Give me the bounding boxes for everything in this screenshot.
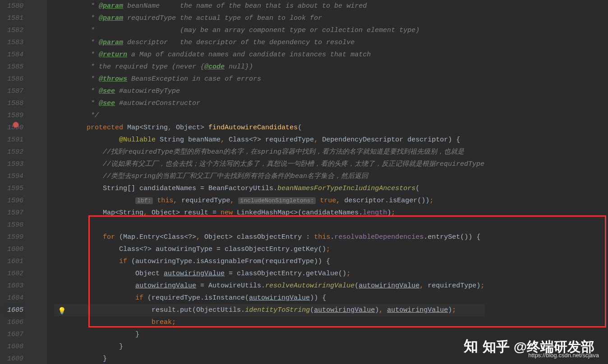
line-number: 1586 <box>3 73 23 85</box>
line-number: 1582 <box>3 24 23 36</box>
line-number: 1604 <box>3 292 23 304</box>
line-number: 1581 <box>3 12 23 24</box>
code-line[interactable]: * @param beanName the name of the bean t… <box>54 0 484 12</box>
code-line[interactable]: Object autowiringValue = classObjectEntr… <box>54 268 484 280</box>
code-line[interactable]: @Nullable String beanName, Class<?> requ… <box>54 134 484 146</box>
code-line[interactable]: } <box>54 353 484 364</box>
code-line[interactable]: } <box>54 341 484 353</box>
line-number: 1584 <box>3 49 23 61</box>
line-number: 1609 <box>3 353 23 364</box>
line-number: 1605 <box>3 304 23 316</box>
intention-bulb-icon[interactable]: 💡 <box>58 305 66 318</box>
code-line[interactable]: * @throws BeansException in case of erro… <box>54 73 484 85</box>
code-line[interactable]: lbf: this, requiredType, includeNonSingl… <box>54 195 484 207</box>
code-line[interactable]: * the required type (never {@code null}) <box>54 61 484 73</box>
code-line[interactable]: } <box>54 328 484 341</box>
line-number: 1598 <box>3 219 23 231</box>
line-number: 1580 <box>3 0 23 12</box>
line-number: 1607 <box>3 328 23 341</box>
zhihu-icon: 知 <box>464 340 478 353</box>
line-number: 1603 <box>3 280 23 292</box>
code-line[interactable]: result.put(ObjectUtils.identityToString(… <box>54 304 484 316</box>
line-number: 1593 <box>3 158 23 170</box>
line-number: 1588 <box>3 97 23 109</box>
code-content[interactable]: * @param beanName the name of the bean t… <box>47 0 484 364</box>
breakpoint-icon[interactable] <box>13 122 19 128</box>
code-line[interactable]: for (Map.Entry<Class<?>, Object> classOb… <box>54 231 484 243</box>
line-number-gutter: 1580158115821583158415851586158715881589… <box>0 0 27 364</box>
line-number: 1591 <box>3 134 23 146</box>
line-number: 1589 <box>3 109 23 122</box>
code-line[interactable]: autowiringValue = AutowireUtils.resolveA… <box>54 280 484 292</box>
code-line[interactable]: break; <box>54 316 484 328</box>
source-url-label: https://blog.csdn.net/scjava <box>528 349 599 361</box>
gutter-icon-area <box>27 0 47 364</box>
line-number: 1602 <box>3 268 23 280</box>
code-line[interactable]: * @see #autowireConstructor <box>54 97 484 109</box>
code-line[interactable]: Map<String, Object> result = new LinkedH… <box>54 207 484 219</box>
code-line[interactable]: * @see #autowireByType <box>54 85 484 97</box>
code-line[interactable]: //找到requiredType类型的所有bean的名字，在spring容器中找… <box>54 146 484 158</box>
code-line[interactable]: */ <box>54 109 484 122</box>
code-line[interactable] <box>54 219 484 231</box>
line-number: 1606 <box>3 316 23 328</box>
line-number: 1594 <box>3 170 23 182</box>
line-number: 1601 <box>3 255 23 268</box>
code-editor[interactable]: 1580158115821583158415851586158715881589… <box>0 0 608 364</box>
line-number: 1587 <box>3 85 23 97</box>
line-number: 1597 <box>3 207 23 219</box>
line-number: 1596 <box>3 195 23 207</box>
line-number: 1599 <box>3 231 23 243</box>
code-line[interactable]: Class<?> autowiringType = classObjectEnt… <box>54 243 484 255</box>
code-line[interactable]: protected Map<String, Object> findAutowi… <box>54 122 484 134</box>
line-number: 1583 <box>3 36 23 49</box>
code-line[interactable]: String[] candidateNames = BeanFactoryUti… <box>54 182 484 195</box>
code-line[interactable]: if (autowiringType.isAssignableFrom(requ… <box>54 255 484 268</box>
code-line[interactable]: * @param requiredType the actual type of… <box>54 12 484 24</box>
code-line[interactable]: if (requiredType.isInstance(autowiringVa… <box>54 292 484 304</box>
code-line[interactable]: * @param descriptor the descriptor of th… <box>54 36 484 49</box>
code-line[interactable]: * (may be an array component type or col… <box>54 24 484 36</box>
line-number: 1608 <box>3 341 23 353</box>
line-number: 1585 <box>3 61 23 73</box>
code-line[interactable]: * @return a Map of candidate names and c… <box>54 49 484 61</box>
code-line[interactable]: //类型去spring的当前工厂和父工厂中去找到所有符合条件的bean名字集合，… <box>54 170 484 182</box>
line-number: 1592 <box>3 146 23 158</box>
code-line[interactable]: //说如果有父工厂，也会去找；这个方法写的太多了，真想说一句卧槽，看的头疼，太绕… <box>54 158 484 170</box>
line-number: 1600 <box>3 243 23 255</box>
line-number: 1595 <box>3 182 23 195</box>
